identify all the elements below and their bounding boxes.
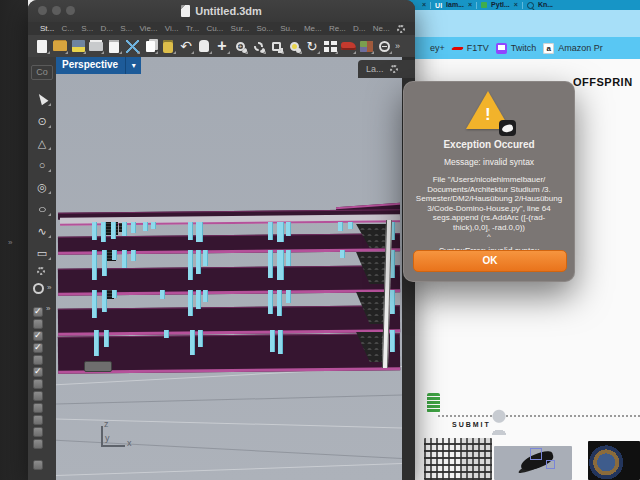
snap-checkbox-4[interactable]	[33, 343, 43, 353]
snap-checkbox-12[interactable]	[33, 439, 43, 449]
snap-checkbox-2[interactable]	[33, 319, 43, 329]
options-circle-icon[interactable]	[375, 37, 393, 55]
bookmark-label: Twitch	[511, 43, 537, 53]
column	[131, 250, 136, 261]
z-axis-line	[101, 426, 103, 445]
snap-checkbox-9[interactable]	[33, 403, 43, 413]
toolbar-tab-D[interactable]: D...	[100, 24, 112, 33]
rotate-circle-icon[interactable]	[33, 283, 44, 294]
tab-fav-green-icon[interactable]	[481, 2, 487, 8]
thumbnail-bird-sketch[interactable]	[494, 446, 572, 480]
ellipse-tool-icon[interactable]	[34, 201, 50, 216]
toolbar-tab-Tr[interactable]: Tr...	[186, 24, 199, 33]
browser-tab-title[interactable]: Pytl...	[491, 1, 510, 9]
column	[188, 222, 193, 240]
arc-tool-icon[interactable]	[34, 179, 50, 194]
zoom-dynamic-icon[interactable]	[249, 37, 267, 55]
column	[112, 250, 117, 260]
toolbar-tab-Sur[interactable]: Sur...	[231, 24, 250, 33]
save-icon[interactable]	[69, 37, 87, 55]
cut-icon[interactable]	[123, 37, 141, 55]
toolbar-tab-Re[interactable]: Re...	[329, 24, 346, 33]
polyline-tool-icon[interactable]	[34, 135, 50, 150]
snap-checkbox-5[interactable]	[33, 355, 43, 365]
bookmark-f1tv[interactable]: F1TV	[452, 43, 489, 54]
toolbar-tab-Ne[interactable]: Ne...	[373, 24, 390, 33]
building-model	[56, 57, 402, 480]
bookmark-amazon-pr[interactable]: aAmazon Pr	[543, 43, 603, 54]
toolbar-more-icon[interactable]: »	[395, 41, 400, 51]
ok-button[interactable]: OK	[413, 250, 567, 272]
snap-checkbox-lone[interactable]	[33, 460, 43, 470]
snap-checkbox-6[interactable]	[33, 367, 43, 377]
toolbar-tab-Su[interactable]: Su...	[280, 24, 296, 33]
gear-icon[interactable]	[390, 65, 398, 73]
browser-tab-title[interactable]: Iam...	[446, 1, 464, 9]
toolbar-tab-S[interactable]: S...	[120, 24, 132, 33]
chevron-more-icon: »	[46, 304, 50, 313]
viewport-layout-icon[interactable]	[321, 37, 339, 55]
rectangle-tool-icon[interactable]	[34, 245, 50, 260]
avatar[interactable]	[486, 409, 512, 435]
zoom-selected-icon[interactable]	[285, 37, 303, 55]
display-map-icon[interactable]	[357, 37, 375, 55]
snap-checkbox-7[interactable]	[33, 379, 43, 389]
zoom-icon[interactable]	[231, 37, 249, 55]
toolbar-tab-Cu[interactable]: Cu...	[206, 24, 223, 33]
column	[92, 250, 97, 280]
bookmark-twitch[interactable]: Twitch	[496, 43, 537, 54]
snap-checkbox-3[interactable]	[33, 331, 43, 341]
toolbar-tab-Vi[interactable]: Vi...	[165, 24, 179, 33]
perspective-viewport[interactable]: Perspective ▾ z y x	[56, 57, 402, 480]
toolbar-tab-Me[interactable]: Me...	[304, 24, 322, 33]
browser-tab-title[interactable]: Kn...	[538, 1, 553, 9]
toolbar-tab-So[interactable]: So...	[256, 24, 272, 33]
viewport-tab[interactable]: Perspective ▾	[56, 57, 141, 74]
clipboard-icon[interactable]	[159, 37, 177, 55]
title-bar[interactable]: Untitled.3dm	[28, 0, 415, 22]
zoom-window-icon[interactable]	[267, 37, 285, 55]
f1-icon	[452, 43, 463, 54]
open-folder-icon[interactable]	[51, 37, 69, 55]
toolbar-tab-S[interactable]: S...	[81, 24, 93, 33]
car-icon[interactable]	[339, 37, 357, 55]
snap-checkbox-1[interactable]	[33, 307, 43, 317]
rhino-window: Untitled.3dm St...C...S...D...S...Vie...…	[28, 0, 415, 480]
pan-hand-icon[interactable]	[195, 37, 213, 55]
gear-icon[interactable]	[397, 25, 405, 33]
thumbnail-building-render[interactable]	[424, 438, 492, 480]
viewport-title[interactable]: Perspective	[56, 57, 125, 74]
chevron-down-icon[interactable]: ▾	[125, 57, 141, 74]
snap-checkbox-8[interactable]	[33, 391, 43, 401]
snap-checkbox-11[interactable]	[33, 427, 43, 437]
curve-tool-icon[interactable]	[34, 223, 50, 238]
command-panel-label[interactable]: Co	[31, 65, 53, 80]
thumbnail-ornament[interactable]	[588, 441, 640, 480]
toolbar-tab-D[interactable]: D...	[353, 24, 365, 33]
print-icon[interactable]	[87, 37, 105, 55]
glyph	[254, 42, 263, 51]
toolbar-tab-St[interactable]: St...	[40, 24, 54, 33]
rotate-icon[interactable]	[303, 37, 321, 55]
circle-tool-icon[interactable]	[34, 157, 50, 172]
bookmark-ey-[interactable]: ey+	[426, 43, 445, 53]
point-tool-icon[interactable]	[34, 113, 50, 128]
cursor-tool-icon[interactable]	[34, 91, 50, 106]
layers-panel-tab[interactable]: La...	[358, 60, 415, 78]
undo-icon[interactable]	[177, 37, 195, 55]
rotate-4way-icon[interactable]	[213, 37, 231, 55]
paste-special-icon[interactable]	[105, 37, 123, 55]
toolbar-tab-Vie[interactable]: Vie...	[139, 24, 157, 33]
tab-close-icon[interactable]: ×	[422, 1, 426, 9]
column	[151, 222, 156, 229]
tab-close-icon[interactable]: ×	[468, 1, 472, 9]
copy-icon[interactable]	[141, 37, 159, 55]
column	[101, 222, 106, 242]
new-file-icon[interactable]	[33, 37, 51, 55]
tab-close-icon[interactable]: ×	[514, 1, 518, 9]
tab-fav-search-icon[interactable]	[527, 2, 534, 9]
gear-icon[interactable]	[37, 267, 45, 275]
column	[111, 222, 116, 239]
toolbar-tab-C[interactable]: C...	[61, 24, 73, 33]
snap-checkbox-10[interactable]	[33, 415, 43, 425]
